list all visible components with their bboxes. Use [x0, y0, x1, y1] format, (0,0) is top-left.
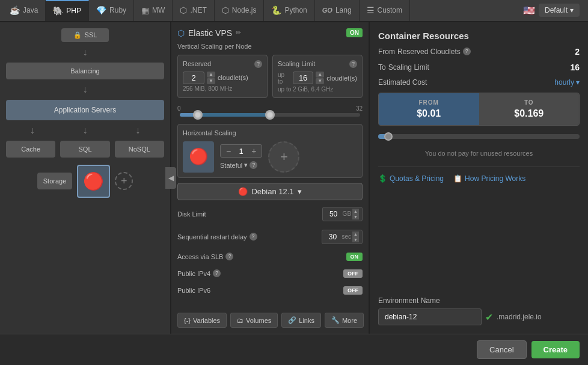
tab-java[interactable]: ☕ Java [2, 0, 46, 21]
quotas-pricing-link[interactable]: 💲 Quotas & Pricing [378, 174, 444, 183]
hourly-dropdown[interactable]: hourly ▾ [554, 78, 580, 87]
scaling-limit-title: Scaling Limit ? [278, 60, 357, 68]
price-from-label: FROM [387, 99, 471, 106]
tab-ruby[interactable]: 💎 Ruby [89, 0, 134, 21]
debian-dropdown[interactable]: 🔴 Debian 12.1 ▾ [177, 183, 363, 200]
three-arrows: ↓↓↓ [6, 125, 164, 136]
slider-thumb-scaling[interactable] [265, 110, 275, 120]
reserved-up-arrow[interactable]: ▲ [207, 72, 215, 78]
storage-node[interactable]: Storage [37, 173, 73, 189]
restart-delay-label: Sequential restart delay ? [177, 233, 257, 241]
restart-delay-unit: sec [342, 233, 352, 240]
disk-up-arrow[interactable]: ▲ [352, 209, 359, 214]
scaling-limit-info-icon[interactable]: ? [349, 60, 357, 68]
reserved-info-icon[interactable]: ? [254, 60, 262, 68]
more-icon: 🔧 [331, 316, 340, 324]
tab-php[interactable]: 🐘 PHP [46, 0, 89, 21]
access-slb-toggle[interactable]: ON [346, 253, 363, 261]
resource-slider-track[interactable] [378, 134, 580, 139]
price-from-box: FROM $0.01 [379, 93, 479, 125]
python-icon: 🐍 [271, 5, 281, 15]
tab-lang[interactable]: GO Lang [315, 0, 360, 21]
reserved-cloudlets-info-icon[interactable]: ? [463, 48, 471, 55]
chevron-down-icon: ▾ [570, 6, 574, 14]
flag-icon: 🇺🇸 [523, 5, 535, 16]
public-ipv4-toggle[interactable]: OFF [343, 269, 363, 278]
scaling-down-arrow[interactable]: ▼ [316, 78, 324, 84]
restart-delay-value[interactable]: 30 [325, 233, 341, 241]
app-servers-box[interactable]: Application Servers [6, 100, 164, 120]
variables-icon: {-} [184, 317, 191, 324]
tab-custom[interactable]: ☰ Custom [360, 0, 410, 21]
access-slb-label: Access via SLB ? [177, 253, 233, 260]
tab-net[interactable]: ⬡ .NET [173, 0, 214, 21]
ipv4-info-icon[interactable]: ? [213, 269, 221, 277]
book-icon: 📋 [453, 174, 462, 183]
variables-button[interactable]: {-} Variables [177, 313, 227, 328]
disk-limit-unit: GB [343, 210, 351, 217]
restart-delay-info-icon[interactable]: ? [250, 233, 257, 241]
ssl-box[interactable]: 🔒 SSL [61, 28, 109, 42]
stateful-dropdown[interactable]: Stateful ▾ ? [220, 161, 262, 169]
reserved-down-arrow[interactable]: ▼ [207, 78, 215, 84]
create-button[interactable]: Create [531, 341, 580, 358]
env-name-input[interactable] [378, 308, 482, 325]
disk-limit-value[interactable]: 50 [326, 210, 341, 218]
elastic-toggle[interactable]: ON [346, 28, 363, 37]
reserved-mem-label: 256 MiB, 800 MHz [183, 85, 262, 92]
reserved-cloudlet-label: cloudlet(s) [218, 74, 248, 81]
scaling-up-arrow[interactable]: ▲ [316, 72, 324, 78]
tab-python[interactable]: 🐍 Python [264, 0, 314, 21]
nodes-count-value: 1 [235, 147, 247, 156]
add-node-button[interactable]: + [115, 172, 133, 190]
reserved-input-row: 2 ▲ ▼ cloudlet(s) [183, 72, 262, 84]
custom-icon: ☰ [367, 5, 375, 15]
stateful-info-icon[interactable]: ? [250, 161, 257, 169]
public-ipv6-toggle[interactable]: OFF [343, 286, 363, 295]
debian-logo-icon: 🔴 [189, 147, 208, 166]
small-nodes-row: Cache SQL NoSQL [6, 141, 164, 158]
balancing-box[interactable]: Balancing [6, 63, 164, 79]
slider-thumb-reserved[interactable] [193, 110, 203, 120]
bottom-row: Storage 🔴 + [6, 165, 164, 198]
scaling-cloudlet-label: cloudlet(s) [326, 75, 357, 82]
nodes-increase-button[interactable]: + [250, 146, 258, 156]
slider-track[interactable] [180, 113, 360, 117]
env-check-icon: ✔ [485, 311, 493, 323]
price-to-box: TO $0.169 [479, 93, 580, 125]
nodes-decrease-button[interactable]: − [224, 146, 233, 156]
restart-delay-row: Sequential restart delay ? 30 sec ▲ ▼ [177, 228, 363, 246]
restart-delay-input: 30 sec ▲ ▼ [322, 230, 363, 244]
region-dropdown[interactable]: Default ▾ [539, 4, 580, 17]
more-button[interactable]: 🔧 More [325, 313, 364, 328]
disk-down-arrow[interactable]: ▼ [352, 214, 359, 219]
price-boxes: FROM $0.01 TO $0.169 [378, 93, 580, 126]
pricing-row: 💲 Quotas & Pricing 📋 How Pricing Works [378, 174, 580, 183]
reserved-arrows: ▲ ▼ [207, 72, 215, 84]
tab-mw[interactable]: ▦ MW [134, 0, 173, 21]
reserved-cloudlets-value[interactable]: 2 [183, 72, 204, 84]
tab-nodejs[interactable]: ⬡ Node.js [215, 0, 265, 21]
collapse-panel-button[interactable]: ◀ [165, 167, 176, 189]
how-pricing-works-link[interactable]: 📋 How Pricing Works [453, 174, 525, 183]
sql-node[interactable]: SQL [60, 141, 109, 158]
scaling-placeholder-icon: + [268, 141, 299, 173]
volumes-button[interactable]: 🗂 Volumes [230, 313, 278, 328]
restart-up-arrow[interactable]: ▲ [352, 232, 359, 237]
nodejs-icon: ⬡ [222, 5, 229, 15]
links-button[interactable]: 🔗 Links [281, 313, 321, 328]
resource-slider-thumb[interactable] [384, 132, 393, 141]
public-ipv6-label: Public IPv6 [177, 287, 210, 294]
access-slb-info-icon[interactable]: ? [225, 253, 233, 260]
restart-down-arrow[interactable]: ▼ [352, 237, 359, 242]
debian-icon-small: 🔴 [183, 141, 214, 173]
nosql-node[interactable]: NoSQL [115, 141, 164, 158]
scaling-cloudlets-value[interactable]: 16 [293, 72, 313, 84]
nodes-stepper: − 1 + [220, 144, 262, 158]
debian-node-selected[interactable]: 🔴 [77, 165, 110, 198]
public-ipv4-label: Public IPv4 ? [177, 269, 221, 277]
edit-icon[interactable]: ✏ [236, 29, 241, 37]
cancel-button[interactable]: Cancel [477, 340, 526, 359]
cache-node[interactable]: Cache [6, 141, 55, 158]
disk-limit-label: Disk Limit [177, 210, 206, 218]
